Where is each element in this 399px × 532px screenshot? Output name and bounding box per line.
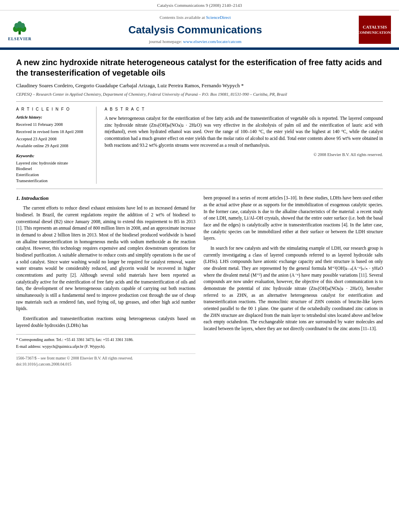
right-para-2: In search for new catalysts and with the… <box>204 245 383 332</box>
intro-para-1: The current efforts to reduce diesel exh… <box>16 205 195 312</box>
footnote-email: E-mail address: wypych@quimica.ufpr.br (… <box>16 344 195 350</box>
article-affiliation: CEPESQ – Research Center in Applied Chem… <box>16 92 383 102</box>
article-abstract: A B S T R A C T A new heterogeneous cata… <box>105 107 383 184</box>
doi-line: doi:10.1016/j.catcom.2008.04.015 <box>16 362 195 368</box>
abstract-title: A B S T R A C T <box>105 107 383 113</box>
footnotes: * Corresponding author. Tel.: +55 41 336… <box>16 334 195 349</box>
right-para-1: been proposed in a series of recent arti… <box>204 195 383 242</box>
keywords-section: Keywords: Layered zinc hydroxide nitrate… <box>16 153 90 184</box>
intro-title: 1. Introduction <box>16 195 195 202</box>
article-authors: Claudiney Soares Cordeiro, Gregorio Guad… <box>16 82 383 89</box>
intro-para-2: Esterification and transesterification r… <box>16 315 195 329</box>
homepage-url[interactable]: www.elsevier.com/locate/catcom <box>183 39 241 44</box>
available-date: Available online 29 April 2008 <box>16 143 90 149</box>
badge-title: CATALYSIS <box>363 24 387 30</box>
history-label: Article history: <box>16 115 90 121</box>
journal-header: ELSEVIER Contents lists available at Sci… <box>0 10 399 48</box>
abstract-text: A new heterogeneous catalyst for the est… <box>105 115 383 148</box>
article-info-section: A R T I C L E I N F O Article history: R… <box>16 107 383 189</box>
badge-subtitle: COMMUNICATIONS <box>357 30 392 35</box>
journal-homepage: journal homepage: www.elsevier.com/locat… <box>32 39 359 45</box>
svg-point-5 <box>14 23 19 29</box>
received-revised-date: Received in revised form 18 April 2008 <box>16 129 90 135</box>
issn-line: 1566-7367/$ – see front matter © 2008 El… <box>16 355 195 362</box>
keyword-4: Transesterification <box>16 178 90 184</box>
elsevier-tree-icon <box>9 17 31 35</box>
top-bar: Catalysis Communications 9 (2008) 2140–2… <box>0 0 399 10</box>
elsevier-label: ELSEVIER <box>8 36 32 42</box>
article-info-title: A R T I C L E I N F O <box>16 107 90 112</box>
keyword-1: Layered zinc hydroxide nitrate <box>16 160 90 166</box>
accepted-date: Accepted 23 April 2008 <box>16 136 90 142</box>
svg-point-6 <box>21 23 25 29</box>
abstract-copyright: © 2008 Elsevier B.V. All rights reserved… <box>105 152 383 158</box>
footnote-corresponding: * Corresponding author. Tel.: +55 41 336… <box>16 337 195 343</box>
article-title: A new zinc hydroxide nitrate heterogeneo… <box>16 57 383 78</box>
article-content: A new zinc hydroxide nitrate heterogeneo… <box>0 50 399 376</box>
catalysis-badge: CATALYSIS COMMUNICATIONS <box>359 16 391 44</box>
keyword-3: Esterification <box>16 172 90 178</box>
body-col-left: 1. Introduction The current efforts to r… <box>16 195 195 367</box>
elsevier-logo: ELSEVIER <box>8 17 32 42</box>
keywords-label: Keywords: <box>16 153 90 159</box>
contents-line: Contents lists available at ScienceDirec… <box>32 14 359 21</box>
received-date: Received 11 February 2008 <box>16 122 90 128</box>
article-info-left: A R T I C L E I N F O Article history: R… <box>16 107 97 184</box>
journal-citation: Catalysis Communications 9 (2008) 2140–2… <box>157 3 242 8</box>
article-body: 1. Introduction The current efforts to r… <box>16 195 383 367</box>
journal-header-center: Contents lists available at ScienceDirec… <box>32 14 359 45</box>
sciencedirect-link[interactable]: ScienceDirect <box>206 15 231 20</box>
keyword-2: Biodiesel <box>16 166 90 172</box>
body-col-right: been proposed in a series of recent arti… <box>204 195 383 367</box>
journal-title: Catalysis Communications <box>32 23 359 37</box>
bottom-ids: 1566-7367/$ – see front matter © 2008 El… <box>16 353 195 367</box>
